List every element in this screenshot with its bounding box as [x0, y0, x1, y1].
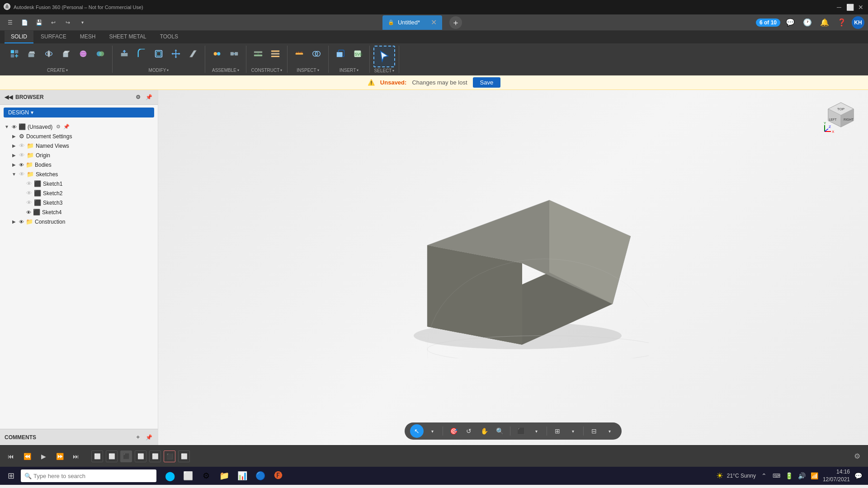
tab-solid[interactable]: SOLID — [5, 31, 33, 43]
timeline-item-1[interactable]: ⬜ — [91, 450, 103, 462]
display-settings-button[interactable]: ⬛ — [514, 424, 528, 438]
notification-center-button[interactable]: 💬 — [854, 471, 863, 480]
tree-item-sketch1[interactable]: 👁 ⬛ Sketch1 — [0, 179, 158, 188]
chamfer-button[interactable] — [185, 46, 201, 62]
expand-doc-settings[interactable] — [11, 133, 17, 140]
clock-button[interactable]: 🕐 — [800, 15, 815, 30]
comments-add-button[interactable]: ＋ — [133, 433, 142, 442]
grid-settings-button[interactable]: ⊞ — [551, 424, 564, 438]
save-document-button[interactable]: Save — [473, 77, 501, 88]
step-back-button[interactable]: ⏪ — [22, 451, 33, 462]
fillet-button[interactable] — [133, 46, 150, 62]
view-layout-button[interactable]: ⊟ — [587, 424, 601, 438]
start-button[interactable]: ⊞ — [2, 468, 20, 484]
browser-pin-button[interactable]: 📌 — [144, 93, 153, 102]
timeline-item-4[interactable]: ⬜ — [135, 450, 146, 462]
push-pull-button[interactable] — [116, 46, 132, 62]
expand-named-views[interactable] — [11, 143, 17, 149]
eye-sketch4[interactable]: 👁 — [26, 210, 31, 215]
insert-mesh-button[interactable] — [332, 46, 349, 62]
view-layout-dropdown[interactable]: ▾ — [603, 424, 616, 438]
browser-settings-button[interactable]: ⚙ — [133, 93, 142, 102]
tree-item-origin[interactable]: 👁 📁 Origin — [0, 150, 158, 160]
timeline-item-5[interactable]: ⬜ — [149, 450, 161, 462]
timeline-item-2[interactable]: ⬜ — [106, 450, 118, 462]
shell-button[interactable] — [151, 46, 167, 62]
inspect-label[interactable]: INSPECT — [297, 68, 319, 73]
tab-sheet-metal[interactable]: SHEET METAL — [103, 31, 152, 43]
tree-item-sketches[interactable]: 👁 📁 Sketches — [0, 169, 158, 179]
zoom-button[interactable]: 🔍 — [493, 424, 506, 438]
grid-dropdown[interactable]: ▾ — [566, 424, 580, 438]
keyboard-icon[interactable]: ⌨ — [772, 471, 781, 480]
expand-sketches[interactable] — [11, 171, 17, 178]
taskbar-app-chrome[interactable]: 🔵 — [252, 468, 269, 484]
tree-item-unsaved[interactable]: 👁 ⬛ (Unsaved) ⚙ 📌 — [0, 122, 158, 131]
joint-button[interactable] — [209, 46, 225, 62]
eye-construction[interactable]: 👁 — [19, 219, 24, 225]
settings-icon-unsaved[interactable]: ⚙ — [56, 124, 61, 130]
revolve-button[interactable] — [41, 46, 57, 62]
expand-construction[interactable] — [11, 219, 17, 225]
combine-button[interactable] — [92, 46, 108, 62]
sound-icon[interactable]: 🔊 — [797, 471, 807, 480]
redo-button[interactable]: ↪ — [61, 16, 74, 29]
tree-item-construction[interactable]: 👁 📁 Construction — [0, 217, 158, 226]
skip-back-button[interactable]: ⏮ — [5, 451, 16, 462]
rigid-group-button[interactable] — [226, 46, 242, 62]
tree-item-named-views[interactable]: 👁 📁 Named Views — [0, 141, 158, 150]
tab-tools[interactable]: TOOLS — [154, 31, 184, 43]
design-button[interactable]: DESIGN ▾ — [4, 108, 154, 117]
eye-unsaved[interactable]: 👁 — [12, 124, 17, 130]
new-component-button[interactable] — [6, 46, 23, 62]
network-icon[interactable]: 📶 — [810, 471, 819, 480]
midplane-button[interactable] — [267, 46, 283, 62]
timeline-settings-button[interactable]: ⚙ — [852, 451, 863, 462]
timeline-item-6[interactable]: ⬛ — [164, 450, 175, 462]
eye-bodies[interactable]: 👁 — [19, 162, 24, 168]
view-cube[interactable]: TOP LEFT RIGHT X Y Z — [823, 99, 859, 135]
user-avatar[interactable]: KH — [852, 16, 864, 29]
select-mode-button[interactable]: ↖ — [410, 424, 424, 438]
new-file-button[interactable]: 📄 — [18, 16, 31, 29]
offset-plane-button[interactable] — [250, 46, 266, 62]
orbit-button[interactable]: ↺ — [462, 424, 476, 438]
select-button[interactable] — [373, 46, 395, 67]
battery-icon[interactable]: 🔋 — [785, 471, 794, 480]
taskbar-app-settings[interactable]: ⚙ — [198, 468, 214, 484]
timeline-item-3[interactable]: ⬛ — [120, 450, 132, 462]
maximize-button[interactable]: ⬜ — [846, 4, 854, 11]
step-forward-button[interactable]: ⏩ — [54, 451, 65, 462]
undo-button[interactable]: ↩ — [47, 16, 60, 29]
box-button[interactable] — [58, 46, 74, 62]
tree-item-sketch4[interactable]: 👁 ⬛ Sketch4 — [0, 207, 158, 217]
expand-unsaved[interactable] — [4, 124, 10, 130]
taskbar-app-cortana[interactable]: ⬤ — [162, 468, 178, 484]
taskbar-app-fusion[interactable]: 🅕 — [270, 468, 287, 484]
play-button[interactable]: ▶ — [38, 451, 49, 462]
tab-mesh[interactable]: MESH — [74, 31, 102, 43]
expand-origin[interactable] — [11, 152, 17, 159]
comments-pin-button[interactable]: 📌 — [144, 433, 153, 442]
tab-surface[interactable]: SURFACE — [34, 31, 73, 43]
viewport[interactable]: TOP LEFT RIGHT X Y Z ↖ ▾ 🎯 ↺ ✋ 🔍 ⬛ ▾ — [158, 90, 868, 445]
modify-label[interactable]: MODIFY — [149, 68, 169, 73]
document-tab[interactable]: 🔒 Untitled* ✕ — [382, 15, 442, 30]
construct-label[interactable]: CONSTRUCT — [251, 68, 283, 73]
close-button[interactable]: ✕ — [857, 4, 864, 11]
insert-label[interactable]: INSERT — [340, 68, 359, 73]
extrude-button[interactable] — [24, 46, 40, 62]
select-filter-button[interactable]: ▾ — [425, 424, 439, 438]
tree-item-bodies[interactable]: 👁 📁 Bodies — [0, 160, 158, 169]
visual-style-button[interactable]: ▾ — [529, 424, 543, 438]
expand-bodies[interactable] — [11, 162, 17, 168]
interference-button[interactable] — [308, 46, 325, 62]
search-container[interactable]: 🔍 — [21, 469, 156, 482]
create-label[interactable]: CREATE — [47, 68, 68, 73]
minimize-button[interactable]: ─ — [835, 4, 843, 11]
measure-button[interactable] — [291, 46, 307, 62]
bell-button[interactable]: 🔔 — [817, 15, 832, 30]
sphere-button[interactable] — [75, 46, 91, 62]
tree-item-sketch2[interactable]: 👁 ⬛ Sketch2 — [0, 188, 158, 198]
tree-item-doc-settings[interactable]: ⚙ Document Settings — [0, 131, 158, 141]
